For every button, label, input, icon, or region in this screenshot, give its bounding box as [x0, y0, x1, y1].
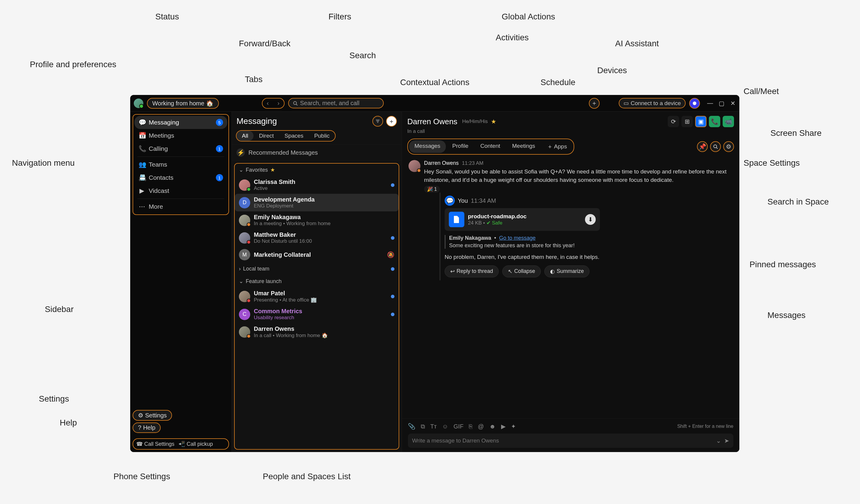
nav-item-meetings[interactable]: 📅 Meetings: [134, 129, 227, 142]
status-pill[interactable]: Working from home 🏠: [147, 98, 219, 109]
audio-call-button[interactable]: 📞: [709, 116, 720, 127]
device-icon: ▭: [624, 100, 629, 106]
download-button[interactable]: ⬇: [585, 214, 596, 225]
list-item[interactable]: C Common Metrics Usability research: [235, 305, 399, 323]
tab-profile[interactable]: Profile: [447, 140, 474, 153]
space-settings-button[interactable]: ⚙: [723, 141, 734, 152]
ai-icon[interactable]: ✦: [511, 423, 516, 430]
tab-content[interactable]: Content: [475, 140, 505, 153]
unread-dot: [391, 236, 395, 240]
reply-text: No problem, Darren, I've captured them h…: [445, 253, 733, 261]
list-item[interactable]: Darren Owens In a call • Working from ho…: [235, 323, 399, 341]
nav-item-messaging[interactable]: 💬 Messaging 5: [134, 116, 227, 129]
summarize-button[interactable]: ◐ Summarize: [544, 265, 589, 277]
phone-settings-bar: ☎ Call Settings 📲 Call pickup: [132, 438, 229, 450]
annot-ctxactions: Contextual Actions: [400, 78, 470, 87]
unread-dot: [391, 313, 395, 316]
unread-dot: [391, 183, 395, 187]
annot-profile: Profile and preferences: [30, 60, 116, 69]
format-icon[interactable]: Tт: [430, 423, 436, 430]
conversation-header: Darren Owens He/Him/His ★ ⟳ ⊞ ▣ 📞 📹: [402, 112, 739, 128]
markdown-icon[interactable]: ⎘: [469, 423, 472, 430]
new-space-button[interactable]: ＋: [386, 116, 397, 127]
tab-addapps[interactable]: ＋ Apps: [542, 140, 572, 153]
nav-label: More: [149, 203, 163, 210]
nav-back-button[interactable]: ‹: [262, 99, 273, 108]
reply-thread-button[interactable]: ↩ Reply to thread: [445, 265, 499, 277]
conversation-panel: Darren Owens He/Him/His ★ ⟳ ⊞ ▣ 📞 📹 In a…: [402, 112, 739, 452]
section-favorites[interactable]: ⌄ Favorites ★: [235, 164, 399, 176]
settings-button[interactable]: ⚙ Settings: [132, 410, 172, 421]
section-localteam[interactable]: › Local team: [235, 263, 399, 275]
section-featurelaunch[interactable]: ⌄ Feature launch: [235, 275, 399, 288]
tab-meetings[interactable]: Meetings: [507, 140, 541, 153]
help-button[interactable]: ? Help: [132, 422, 161, 433]
search-space-button[interactable]: [710, 141, 721, 152]
video-call-button[interactable]: 📹: [723, 116, 734, 127]
celebration-icon: 🎉: [427, 186, 433, 192]
tab-public[interactable]: Public: [309, 131, 335, 141]
list-item[interactable]: D Development Agenda ENG Deployment: [235, 194, 399, 212]
annot-schedule: Schedule: [541, 78, 575, 87]
search-input[interactable]: Search, meet, and call: [288, 98, 384, 109]
annot-phonesettings: Phone Settings: [113, 472, 170, 481]
list-item[interactable]: M Marketing Collateral 🔕: [235, 247, 399, 263]
reaction-badge[interactable]: 🎉 1: [424, 186, 440, 192]
message-input[interactable]: [412, 437, 713, 444]
tab-spaces[interactable]: Spaces: [279, 131, 309, 141]
emoji-icon[interactable]: ☺: [442, 423, 448, 430]
connect-device-button[interactable]: ▭ Connect to a device: [619, 98, 686, 109]
attach-icon[interactable]: 📎: [408, 423, 415, 430]
expand-button[interactable]: ⌄: [716, 437, 721, 444]
phone-icon: 📞: [139, 145, 145, 152]
nav-menu: 💬 Messaging 5 📅 Meetings 📞 Calling 1: [132, 114, 229, 215]
annot-messages: Messages: [768, 311, 806, 320]
msg-time: 11:23 AM: [462, 160, 484, 166]
list-item[interactable]: Umar Patel Presenting • At the office 🏢: [235, 288, 399, 305]
bitmoji-icon[interactable]: ☻: [489, 423, 496, 430]
pinned-messages-button[interactable]: 📌: [697, 141, 708, 152]
list-item[interactable]: Matthew Baker Do Not Disturb until 16:00: [235, 229, 399, 247]
file-attachment[interactable]: product-roadmap.doc 24 KB • ✔ Safe ⬇: [445, 208, 600, 231]
window-maximize[interactable]: ▢: [718, 100, 725, 107]
activities-button[interactable]: ⊞: [682, 116, 693, 127]
annot-peoplespaces: People and Spaces List: [263, 472, 350, 481]
call-pickup-button[interactable]: 📲 Call pickup: [178, 441, 213, 447]
profile-avatar[interactable]: [134, 99, 143, 108]
annot-settings: Settings: [39, 394, 69, 404]
nav-item-more[interactable]: ⋯ More: [134, 200, 227, 213]
tab-all[interactable]: All: [236, 131, 254, 141]
goto-message-link[interactable]: Go to message: [499, 235, 535, 241]
recommended-messages[interactable]: ⚡ Recommended Messages: [232, 145, 402, 161]
gif-icon[interactable]: GIF: [454, 423, 463, 430]
ai-assistant-button[interactable]: [689, 98, 700, 109]
nav-forward-button[interactable]: ›: [273, 99, 284, 108]
nav-item-calling[interactable]: 📞 Calling 1: [134, 142, 227, 155]
list-item[interactable]: Emily Nakagawa In a meeting • Working fr…: [235, 212, 399, 229]
global-add-button[interactable]: ＋: [589, 98, 600, 109]
list-item[interactable]: Clarissa Smith Active: [235, 176, 399, 194]
screen-capture-icon[interactable]: ⧉: [421, 423, 425, 430]
call-settings-button[interactable]: ☎ Call Settings: [136, 441, 174, 447]
mention-icon[interactable]: @: [478, 423, 484, 430]
nav-badge: 1: [216, 145, 223, 152]
favorite-star-icon[interactable]: ★: [491, 118, 496, 125]
filter-button[interactable]: [372, 116, 383, 127]
schedule-button[interactable]: ⟳: [668, 116, 679, 127]
video-icon[interactable]: ▶: [501, 423, 505, 430]
avatar[interactable]: [408, 160, 420, 172]
tab-messages[interactable]: Messages: [409, 140, 446, 153]
panel-title: Messaging: [236, 116, 369, 126]
svg-point-0: [293, 102, 297, 104]
collapse-button[interactable]: ↖ Collapse: [502, 265, 541, 277]
nav-item-vidcast[interactable]: ▶ Vidcast: [134, 184, 227, 197]
annot-pinnedmsgs: Pinned messages: [749, 260, 816, 269]
window-minimize[interactable]: —: [707, 100, 713, 107]
window-close[interactable]: ✕: [730, 100, 736, 107]
screenshare-button[interactable]: ▣: [695, 116, 706, 127]
nav-item-contacts[interactable]: 📇 Contacts 1: [134, 171, 227, 184]
annot-filters: Filters: [328, 12, 351, 21]
nav-item-teams[interactable]: 👥 Teams: [134, 158, 227, 171]
send-button[interactable]: ➤: [724, 437, 729, 444]
tab-direct[interactable]: Direct: [254, 131, 279, 141]
